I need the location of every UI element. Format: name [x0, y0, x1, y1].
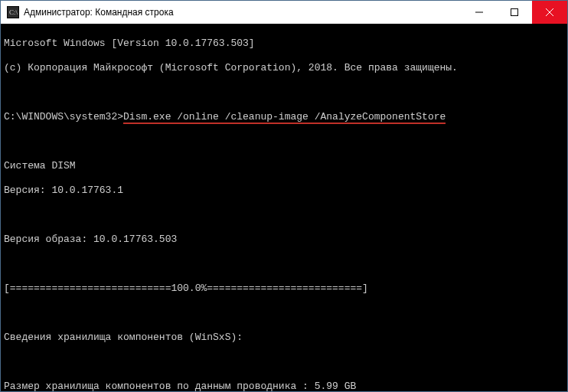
close-button[interactable] [532, 1, 567, 24]
titlebar[interactable]: C:\ Администратор: Командная строка [1, 1, 567, 24]
store-info-header: Сведения хранилища компонентов (WinSxS): [4, 332, 564, 344]
terminal-output[interactable]: Microsoft Windows [Version 10.0.17763.50… [1, 24, 567, 391]
command-line-1: C:\WINDOWS\system32>Dism.exe /online /cl… [4, 111, 564, 123]
os-version-line: Microsoft Windows [Version 10.0.17763.50… [4, 38, 564, 50]
blank-line [4, 356, 564, 368]
image-version: Версия образа: 10.0.17763.503 [4, 234, 564, 246]
explorer-size: Размер хранилища компонентов по данным п… [4, 381, 564, 391]
dism-version: Версия: 10.0.17763.1 [4, 185, 564, 197]
window-controls [462, 1, 567, 24]
dism-command: Dism.exe /online /cleanup-image /Analyze… [123, 111, 446, 124]
progress-bar: [===========================100.0%======… [4, 283, 564, 295]
blank-line [4, 209, 564, 221]
copyright-line: (c) Корпорация Майкрософт (Microsoft Cor… [4, 62, 564, 74]
cmd-icon: C:\ [7, 6, 19, 18]
svg-text:C:\: C:\ [9, 8, 18, 16]
blank-line [4, 258, 564, 270]
svg-rect-4 [511, 9, 518, 16]
blank-line [4, 136, 564, 148]
maximize-button[interactable] [497, 1, 532, 24]
window-title: Администратор: Командная строка [24, 7, 462, 18]
cmd-window: C:\ Администратор: Командная строка Micr… [0, 0, 568, 392]
minimize-button[interactable] [462, 1, 497, 24]
blank-line [4, 307, 564, 319]
prompt: C:\WINDOWS\system32> [4, 111, 123, 122]
dism-title: Cистема DISM [4, 160, 564, 172]
blank-line [4, 87, 564, 99]
